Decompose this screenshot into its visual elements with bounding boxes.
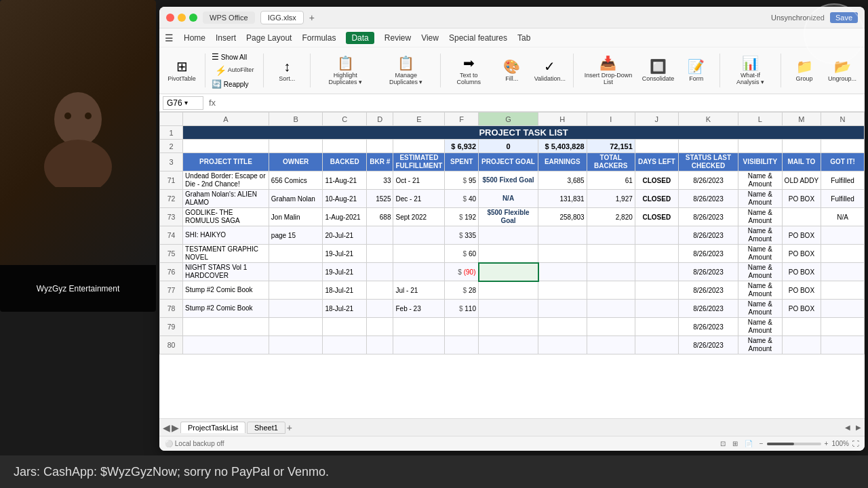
what-if-tool[interactable]: 📊 What-If Analysis ▾ (726, 53, 775, 88)
cell-i73[interactable]: 2,820 (587, 208, 635, 226)
consolidate-tool[interactable]: 🔲 Consolidate (641, 56, 675, 85)
cell-a75[interactable]: TESTAMENT GRAPHIC NOVEL (183, 245, 269, 263)
cell-k76[interactable]: 8/26/2023 (678, 263, 738, 281)
cell-h72[interactable]: 131,831 (538, 190, 587, 208)
cell-l77[interactable]: Name & Amount (738, 281, 783, 300)
cell-b72[interactable]: Graham Nolan (269, 190, 323, 208)
cell-e80[interactable] (393, 336, 445, 354)
cell-c71[interactable]: 11-Aug-21 (323, 171, 367, 190)
cell-a77[interactable]: Stump #2 Comic Book (183, 281, 269, 300)
cell-b77[interactable] (269, 281, 323, 300)
cell-j72[interactable]: CLOSED (635, 190, 678, 208)
cell-j76[interactable] (635, 263, 678, 281)
cell-d75[interactable] (367, 245, 393, 263)
cell-g80[interactable] (479, 336, 538, 354)
cell-f77[interactable]: $ 28 (445, 281, 479, 300)
form-tool[interactable]: 📝 Form (679, 56, 713, 85)
cell-m72[interactable]: PO BOX (782, 190, 821, 208)
cell-k75[interactable]: 8/26/2023 (678, 245, 738, 263)
fit-screen-icon[interactable]: ⛶ (852, 440, 859, 447)
cell-d71[interactable]: 33 (367, 171, 393, 190)
cell-e72[interactable]: Dec - 21 (393, 190, 445, 208)
cell-e73[interactable]: Sept 2022 (393, 208, 445, 226)
cell-a76[interactable]: NIGHT STARS Vol 1 HARDCOVER (183, 263, 269, 281)
cell-g78[interactable] (479, 300, 538, 318)
cell-j2[interactable] (635, 140, 678, 153)
sort-tool[interactable]: ↕ Sort... (270, 57, 304, 85)
cell-l2[interactable] (738, 140, 783, 153)
cell-f75[interactable]: $ 60 (445, 245, 479, 263)
show-all-button[interactable]: ☰ Show All (212, 52, 258, 62)
cell-e74[interactable] (393, 226, 445, 245)
view-page-break-icon[interactable]: ⊞ (732, 440, 738, 447)
cell-d76[interactable] (367, 263, 393, 281)
menu-hamburger[interactable]: ☰ (165, 33, 174, 43)
cell-n79[interactable] (821, 318, 865, 336)
cell-e71[interactable]: Oct - 21 (393, 171, 445, 190)
cell-i76[interactable] (587, 263, 635, 281)
cell-k2[interactable] (678, 140, 738, 153)
cell-h75[interactable] (538, 245, 587, 263)
col-D[interactable]: D (367, 113, 393, 126)
cell-k72[interactable]: 8/26/2023 (678, 190, 738, 208)
scroll-left-btn[interactable]: ◀ (845, 424, 850, 431)
menu-page-layout[interactable]: Page Layout (246, 33, 292, 43)
cell-n78[interactable] (821, 300, 865, 318)
cell-e78[interactable]: Feb - 23 (393, 300, 445, 318)
cell-h71[interactable]: 3,685 (538, 171, 587, 190)
cell-c80[interactable] (323, 336, 367, 354)
cell-l79[interactable]: Name & Amount (738, 318, 783, 336)
cell-h79[interactable] (538, 318, 587, 336)
cell-n2[interactable] (821, 140, 865, 153)
zoom-out-button[interactable]: − (760, 440, 764, 447)
validation-tool[interactable]: ✓ Validation... (533, 56, 567, 85)
insert-dropdown-tool[interactable]: 📥 Insert Drop-Down List (580, 53, 637, 88)
col-B[interactable]: B (269, 113, 323, 126)
cell-g73[interactable]: $500 Flexible Goal (479, 208, 538, 226)
col-K[interactable]: K (678, 113, 738, 126)
cell-l75[interactable]: Name & Amount (738, 245, 783, 263)
menu-home[interactable]: Home (184, 33, 205, 43)
cell-h77[interactable] (538, 281, 587, 300)
cell-m71[interactable]: OLD ADDY (782, 171, 821, 190)
cell-n72[interactable]: Fulfilled (821, 190, 865, 208)
cell-reference[interactable]: G76 ▾ (163, 96, 203, 110)
col-A[interactable]: A (183, 113, 269, 126)
cell-d73[interactable]: 688 (367, 208, 393, 226)
fill-tool[interactable]: 🎨 Fill... (495, 56, 529, 85)
menu-special-features[interactable]: Special features (449, 33, 507, 43)
cell-n77[interactable] (821, 281, 865, 300)
cell-m74[interactable]: PO BOX (782, 226, 821, 245)
cell-b74[interactable]: page 15 (269, 226, 323, 245)
cell-j77[interactable] (635, 281, 678, 300)
cell-c77[interactable]: 18-Jul-21 (323, 281, 367, 300)
text-to-columns-tool[interactable]: ➡ Text to Columns (447, 53, 491, 88)
cell-i72[interactable]: 1,927 (587, 190, 635, 208)
cell-h73[interactable]: 258,803 (538, 208, 587, 226)
cell-j75[interactable] (635, 245, 678, 263)
cell-c76[interactable]: 19-Jul-21 (323, 263, 367, 281)
cell-d79[interactable] (367, 318, 393, 336)
manage-duplicates-tool[interactable]: 📋 Manage Duplicates ▾ (378, 53, 434, 88)
cell-m76[interactable]: PO BOX (782, 263, 821, 281)
cell-a79[interactable] (183, 318, 269, 336)
cell-j78[interactable] (635, 300, 678, 318)
add-sheet-button[interactable]: + (287, 422, 292, 433)
highlight-duplicates-tool[interactable]: 📋 Highlight Duplicates ▾ (317, 53, 374, 88)
cell-b75[interactable] (269, 245, 323, 263)
cell-c75[interactable]: 19-Jul-21 (323, 245, 367, 263)
cell-n71[interactable]: Fulfilled (821, 171, 865, 190)
cell-a74[interactable]: SHI: HAIKYO (183, 226, 269, 245)
cell-i77[interactable] (587, 281, 635, 300)
cell-f72[interactable]: $ 40 (445, 190, 479, 208)
cell-m73[interactable] (782, 208, 821, 226)
cell-f73[interactable]: $ 192 (445, 208, 479, 226)
cell-l74[interactable]: Name & Amount (738, 226, 783, 245)
col-M[interactable]: M (782, 113, 821, 126)
view-normal-icon[interactable]: ⊡ (720, 440, 726, 447)
maximize-button[interactable] (189, 14, 197, 22)
cell-c74[interactable]: 20-Jul-21 (323, 226, 367, 245)
cell-g72[interactable]: N/A (479, 190, 538, 208)
cell-g71[interactable]: $500 Fixed Goal (479, 171, 538, 190)
cell-c72[interactable]: 10-Aug-21 (323, 190, 367, 208)
